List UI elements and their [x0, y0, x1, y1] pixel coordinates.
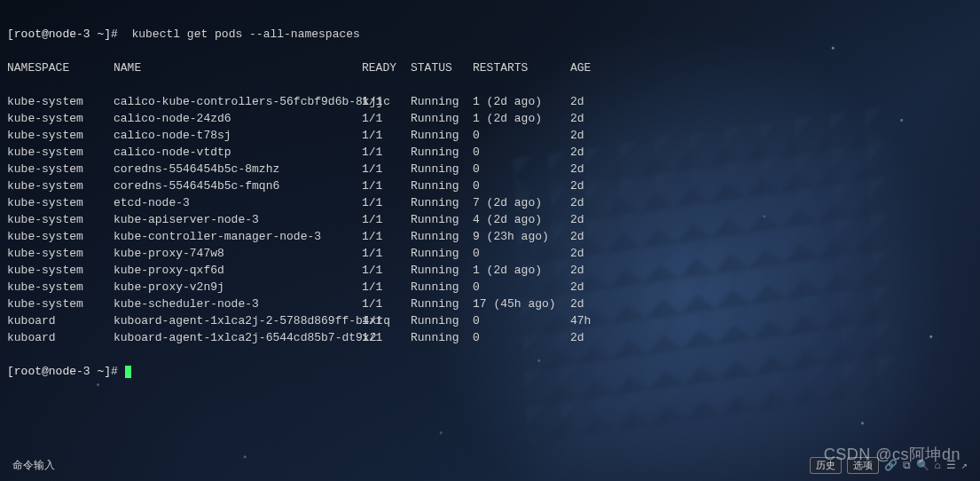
- cell-name: calico-kube-controllers-56fcbf9d6b-8kjjc: [114, 93, 362, 110]
- cell-age: 2d: [570, 93, 615, 110]
- command-text: kubectl get pods --all-namespaces: [131, 26, 359, 43]
- cell-namespace: kuboard: [7, 329, 114, 346]
- cell-age: 2d: [570, 144, 615, 161]
- expand-icon[interactable]: ↗: [961, 459, 968, 472]
- cell-namespace: kube-system: [7, 228, 114, 245]
- cell-name: kube-proxy-qxf6d: [114, 262, 362, 279]
- cell-restarts: 1 (2d ago): [473, 110, 570, 127]
- cell-status: Running: [411, 144, 473, 161]
- table-header: NAMESPACENAMEREADYSTATUSRESTARTSAGE: [7, 59, 973, 76]
- cell-ready: 1/1: [362, 228, 411, 245]
- cell-name: coredns-5546454b5c-8mzhz: [114, 161, 362, 177]
- cell-ready: 1/1: [362, 279, 411, 296]
- table-row: kube-systemcalico-node-vtdtp1/1Running02…: [7, 144, 973, 161]
- table-row: kube-systemkube-proxy-747w81/1Running02d: [7, 245, 973, 262]
- cell-namespace: kube-system: [7, 194, 114, 211]
- cell-ready: 1/1: [362, 194, 411, 211]
- cell-namespace: kube-system: [7, 279, 114, 296]
- cell-name: kube-proxy-v2n9j: [114, 279, 362, 296]
- cell-age: 2d: [570, 110, 615, 127]
- cell-ready: 1/1: [362, 161, 411, 177]
- header-age: AGE: [570, 59, 615, 76]
- cell-name: kube-proxy-747w8: [114, 245, 362, 262]
- cell-name: calico-node-t78sj: [114, 127, 362, 144]
- cell-namespace: kuboard: [7, 312, 114, 329]
- table-row: kube-systemcoredns-5546454b5c-8mzhz1/1Ru…: [7, 161, 973, 177]
- table-row: kube-systemcoredns-5546454b5c-fmqn61/1Ru…: [7, 177, 973, 194]
- cell-restarts: 0: [473, 279, 570, 296]
- terminal-output[interactable]: [root@node-3 ~]# kubectl get pods --all-…: [0, 0, 980, 406]
- cell-status: Running: [411, 262, 473, 279]
- command-input-hint[interactable]: 命令输入: [12, 458, 55, 473]
- cell-age: 2d: [570, 245, 615, 262]
- cell-name: kuboard-agent-1xlca2j-2-5788d869ff-b4xrq: [114, 312, 362, 329]
- cell-status: Running: [411, 93, 473, 110]
- cell-restarts: 1 (2d ago): [473, 262, 570, 279]
- cell-status: Running: [411, 279, 473, 296]
- cell-age: 2d: [570, 194, 615, 211]
- cell-name: kube-controller-manager-node-3: [114, 228, 362, 245]
- cell-restarts: 0: [473, 144, 570, 161]
- cell-ready: 1/1: [362, 144, 411, 161]
- cell-namespace: kube-system: [7, 93, 114, 110]
- prompt-line-2: [root@node-3 ~]#: [7, 363, 973, 380]
- cell-status: Running: [411, 312, 473, 329]
- table-row: kuboardkuboard-agent-1xlca2j-6544cd85b7-…: [7, 329, 973, 346]
- cell-restarts: 4 (2d ago): [473, 211, 570, 228]
- cell-age: 2d: [570, 329, 615, 346]
- prompt-2: [root@node-3 ~]#: [7, 363, 118, 380]
- cell-ready: 1/1: [362, 110, 411, 127]
- cell-namespace: kube-system: [7, 177, 114, 194]
- table-row: kube-systemcalico-node-t78sj1/1Running02…: [7, 127, 973, 144]
- cell-age: 2d: [570, 211, 615, 228]
- cell-name: kuboard-agent-1xlca2j-6544cd85b7-dt9x2: [114, 329, 362, 346]
- table-row: kube-systemkube-apiserver-node-31/1Runni…: [7, 211, 973, 228]
- cell-restarts: 0: [473, 127, 570, 144]
- cell-ready: 1/1: [362, 177, 411, 194]
- cell-restarts: 7 (2d ago): [473, 194, 570, 211]
- header-restarts: RESTARTS: [473, 59, 570, 76]
- cell-namespace: kube-system: [7, 211, 114, 228]
- cell-restarts: 9 (23h ago): [473, 228, 570, 245]
- cell-ready: 1/1: [362, 93, 411, 110]
- cell-age: 47h: [570, 312, 615, 329]
- cell-name: kube-scheduler-node-3: [114, 296, 362, 312]
- cell-ready: 1/1: [362, 127, 411, 144]
- cell-restarts: 1 (2d ago): [473, 93, 570, 110]
- cell-restarts: 17 (45h ago): [473, 296, 570, 312]
- cell-status: Running: [411, 245, 473, 262]
- cell-age: 2d: [570, 177, 615, 194]
- command-line: [root@node-3 ~]# kubectl get pods --all-…: [7, 26, 973, 43]
- cell-age: 2d: [570, 279, 615, 296]
- table-row: kuboardkuboard-agent-1xlca2j-2-5788d869f…: [7, 312, 973, 329]
- cell-name: etcd-node-3: [114, 194, 362, 211]
- cell-namespace: kube-system: [7, 296, 114, 312]
- cell-restarts: 0: [473, 177, 570, 194]
- cell-status: Running: [411, 211, 473, 228]
- cell-ready: 1/1: [362, 329, 411, 346]
- cell-status: Running: [411, 127, 473, 144]
- watermark-text: CSDN @cs阿坤dn: [824, 444, 960, 465]
- cell-namespace: kube-system: [7, 161, 114, 177]
- cell-namespace: kube-system: [7, 262, 114, 279]
- cell-namespace: kube-system: [7, 110, 114, 127]
- header-namespace: NAMESPACE: [7, 59, 114, 76]
- table-row: kube-systemetcd-node-31/1Running7 (2d ag…: [7, 194, 973, 211]
- cell-status: Running: [411, 161, 473, 177]
- cell-status: Running: [411, 228, 473, 245]
- cell-ready: 1/1: [362, 245, 411, 262]
- table-row: kube-systemkube-controller-manager-node-…: [7, 228, 973, 245]
- cell-restarts: 0: [473, 329, 570, 346]
- header-ready: READY: [362, 59, 411, 76]
- cell-status: Running: [411, 296, 473, 312]
- cell-ready: 1/1: [362, 262, 411, 279]
- header-name: NAME: [114, 59, 362, 76]
- cell-status: Running: [411, 194, 473, 211]
- cell-ready: 1/1: [362, 211, 411, 228]
- cell-status: Running: [411, 177, 473, 194]
- cell-name: kube-apiserver-node-3: [114, 211, 362, 228]
- cell-namespace: kube-system: [7, 245, 114, 262]
- cell-age: 2d: [570, 262, 615, 279]
- table-row: kube-systemcalico-kube-controllers-56fcb…: [7, 93, 973, 110]
- cell-age: 2d: [570, 296, 615, 312]
